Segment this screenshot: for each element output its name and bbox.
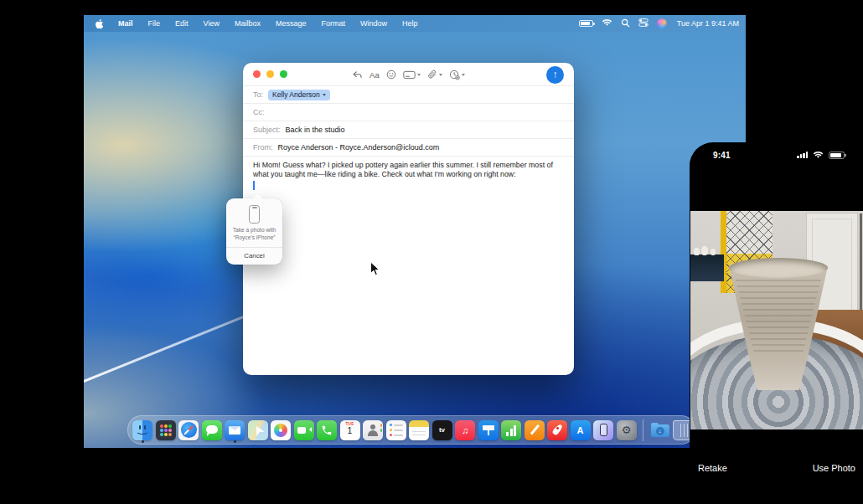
- emoji-button[interactable]: [386, 69, 396, 80]
- dock-rocket-app-icon[interactable]: [547, 420, 567, 440]
- dock-maps-icon[interactable]: [248, 420, 268, 440]
- dock-calendar-icon[interactable]: TUE1: [340, 420, 360, 440]
- undo-button[interactable]: [352, 70, 363, 80]
- dock-numbers-icon[interactable]: [501, 420, 521, 440]
- siri-icon[interactable]: [657, 18, 667, 28]
- dock-phone-icon[interactable]: [317, 420, 337, 440]
- from-label: From:: [253, 143, 273, 152]
- mac-desktop: Mail File Edit View Mailbox Message Form…: [84, 15, 746, 448]
- cellular-signal-icon: [797, 152, 808, 158]
- camera-action-bar: Retake Use Photo: [690, 456, 863, 504]
- menu-mailbox[interactable]: Mailbox: [227, 15, 268, 32]
- screenshot-stage: Mail File Edit View Mailbox Message Form…: [0, 0, 863, 504]
- close-window-button[interactable]: [253, 70, 261, 78]
- apple-menu-icon[interactable]: [84, 18, 111, 29]
- iphone-clock: 9:41: [713, 151, 731, 160]
- menu-file[interactable]: File: [141, 15, 168, 32]
- wifi-icon[interactable]: [602, 18, 612, 28]
- pottery-piece: [694, 248, 700, 255]
- dock-tv-icon[interactable]: tv: [432, 420, 452, 440]
- dock-downloads-folder-icon[interactable]: ↓: [650, 420, 670, 440]
- cancel-button[interactable]: Cancel: [226, 248, 282, 265]
- recipient-chevron-icon: [323, 94, 326, 96]
- to-recipient-pill[interactable]: Kelly Anderson: [268, 90, 330, 100]
- iphone-wifi-icon: [813, 147, 824, 162]
- to-field[interactable]: To: Kelly Anderson: [243, 86, 574, 104]
- from-field[interactable]: From: Royce Anderson - Royce.Anderson@ic…: [243, 139, 574, 157]
- subject-value: Back in the studio: [286, 126, 345, 134]
- menu-edit[interactable]: Edit: [168, 15, 196, 32]
- dock-keynote-icon[interactable]: [478, 420, 499, 440]
- pottery-piece: [711, 249, 716, 255]
- mail-compose-window: Aa ↑: [243, 63, 574, 375]
- dock-music-icon[interactable]: ♫: [455, 420, 475, 440]
- mouse-pointer: [369, 261, 380, 280]
- dock-system-settings-icon[interactable]: ⚙: [617, 420, 637, 440]
- dock-reminders-icon[interactable]: [386, 420, 406, 440]
- menu-bar-clock[interactable]: Tue Apr 1 9:41 AM: [675, 19, 739, 28]
- dock-contacts-icon[interactable]: [363, 420, 383, 440]
- menu-mail[interactable]: Mail: [111, 15, 141, 32]
- mail-running-indicator: [234, 440, 236, 443]
- clay-bowl: [729, 258, 828, 390]
- subject-field[interactable]: Subject: Back in the studio: [243, 121, 574, 139]
- dock-iphone-mirroring-icon[interactable]: [593, 420, 613, 440]
- use-photo-button[interactable]: Use Photo: [813, 463, 855, 504]
- subject-label: Subject:: [253, 126, 281, 134]
- zoom-window-button[interactable]: [280, 70, 287, 78]
- recipient-name: Kelly Anderson: [272, 90, 320, 99]
- send-button[interactable]: ↑: [546, 66, 564, 84]
- popup-message: Take a photo with “Royce’s iPhone”: [226, 227, 282, 247]
- studio-shelf: [690, 255, 724, 281]
- iphone-battery-icon: [829, 152, 845, 159]
- menu-view[interactable]: View: [196, 15, 227, 32]
- from-value: Royce Anderson - Royce.Anderson@icloud.c…: [278, 143, 440, 152]
- finder-running-indicator: [142, 440, 144, 443]
- message-body[interactable]: Hi Mom! Guess what? I picked up pottery …: [243, 157, 574, 179]
- retake-button[interactable]: Retake: [698, 463, 727, 504]
- menu-bar: Mail File Edit View Mailbox Message Form…: [84, 15, 746, 32]
- minimize-window-button[interactable]: [266, 70, 274, 78]
- dock-app-store-icon[interactable]: A: [571, 420, 591, 440]
- battery-icon[interactable]: [579, 20, 593, 27]
- window-titlebar: Aa ↑: [243, 63, 574, 86]
- send-later-button[interactable]: [449, 69, 465, 80]
- dock-pages-icon[interactable]: [525, 420, 545, 440]
- menu-window[interactable]: Window: [353, 15, 395, 32]
- menu-help[interactable]: Help: [395, 15, 426, 32]
- iphone-status-bar: 9:41: [690, 149, 863, 161]
- cc-label: Cc:: [253, 108, 265, 116]
- dock-notes-icon[interactable]: [409, 420, 429, 440]
- dock-facetime-icon[interactable]: [294, 420, 314, 440]
- iphone-outline-icon: [249, 205, 260, 224]
- dock-launchpad-icon[interactable]: [156, 420, 176, 440]
- text-insertion-caret: [253, 181, 255, 190]
- dock-safari-icon[interactable]: [178, 420, 199, 440]
- menu-message[interactable]: Message: [268, 15, 314, 32]
- header-fields-button[interactable]: [403, 70, 421, 80]
- camera-preview-photo: [690, 211, 863, 429]
- format-button[interactable]: Aa: [369, 70, 380, 80]
- dock-finder-icon[interactable]: [132, 420, 152, 440]
- dock-photos-icon[interactable]: [271, 420, 291, 440]
- control-center-icon[interactable]: [638, 18, 649, 28]
- cc-field[interactable]: Cc:: [243, 104, 574, 121]
- attach-button[interactable]: [427, 69, 442, 80]
- search-icon[interactable]: [621, 18, 630, 29]
- continuity-camera-popup: Take a photo with “Royce’s iPhone” Cance…: [226, 198, 282, 265]
- dock-divider: [643, 419, 643, 441]
- pottery-piece: [701, 246, 708, 255]
- dock-messages-icon[interactable]: [202, 420, 222, 440]
- to-label: To:: [253, 90, 263, 99]
- iphone-screen: 9:41: [690, 142, 863, 504]
- dock: TUE1 tv ♫ A ⚙ ↓: [127, 415, 695, 445]
- menu-format[interactable]: Format: [313, 15, 353, 32]
- dock-mail-icon[interactable]: [225, 420, 245, 440]
